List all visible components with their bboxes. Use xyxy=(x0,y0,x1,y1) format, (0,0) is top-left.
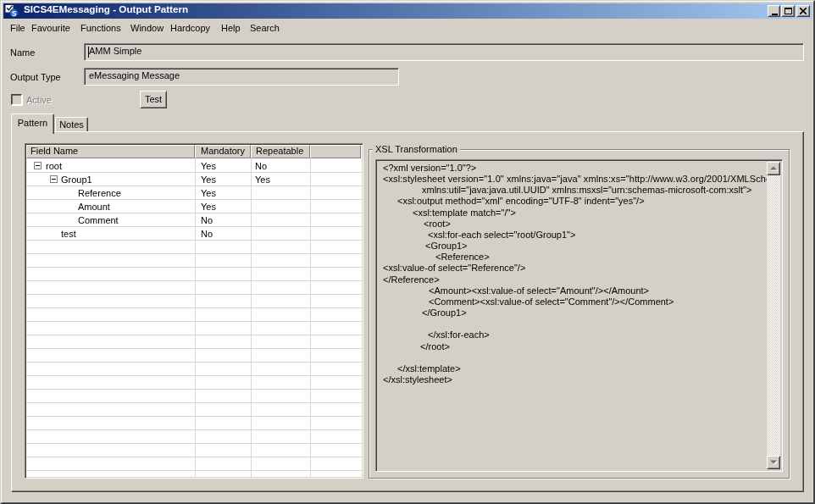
svg-text:S: S xyxy=(12,9,17,18)
